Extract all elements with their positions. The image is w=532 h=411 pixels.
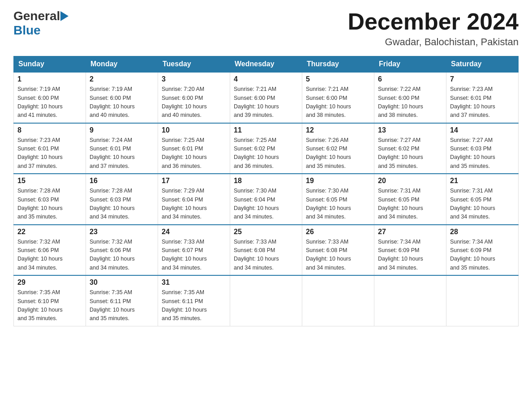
day-number: 7 [450, 75, 515, 83]
day-number: 30 [90, 278, 154, 287]
day-number: 17 [162, 177, 226, 185]
svg-marker-0 [60, 11, 69, 21]
calendar-cell [374, 275, 446, 326]
day-info: Sunrise: 7:26 AMSunset: 6:02 PMDaylight:… [306, 136, 370, 171]
day-number: 20 [378, 177, 442, 185]
day-info: Sunrise: 7:28 AMSunset: 6:03 PMDaylight:… [17, 187, 82, 222]
calendar-cell [230, 275, 302, 326]
calendar-cell: 27Sunrise: 7:34 AMSunset: 6:09 PMDayligh… [374, 225, 446, 276]
day-info: Sunrise: 7:33 AMSunset: 6:08 PMDaylight:… [234, 238, 298, 273]
calendar-cell: 6Sunrise: 7:22 AMSunset: 6:00 PMDaylight… [374, 72, 446, 123]
calendar-cell: 29Sunrise: 7:35 AMSunset: 6:10 PMDayligh… [14, 275, 86, 326]
calendar-cell: 16Sunrise: 7:28 AMSunset: 6:03 PMDayligh… [86, 174, 158, 225]
day-info: Sunrise: 7:20 AMSunset: 6:00 PMDaylight:… [162, 85, 226, 120]
calendar-cell: 20Sunrise: 7:31 AMSunset: 6:05 PMDayligh… [374, 174, 446, 225]
day-info: Sunrise: 7:31 AMSunset: 6:05 PMDaylight:… [378, 187, 442, 222]
calendar-cell: 5Sunrise: 7:21 AMSunset: 6:00 PMDaylight… [302, 72, 374, 123]
day-info: Sunrise: 7:32 AMSunset: 6:06 PMDaylight:… [90, 238, 154, 273]
calendar-header-sunday: Sunday [14, 56, 86, 73]
calendar-cell: 11Sunrise: 7:25 AMSunset: 6:02 PMDayligh… [230, 123, 302, 174]
day-number: 5 [306, 75, 370, 83]
day-info: Sunrise: 7:30 AMSunset: 6:05 PMDaylight:… [306, 187, 370, 222]
day-number: 31 [162, 278, 226, 287]
day-number: 21 [450, 177, 515, 185]
calendar-cell: 28Sunrise: 7:34 AMSunset: 6:09 PMDayligh… [446, 225, 519, 276]
day-number: 12 [306, 126, 370, 134]
calendar-cell: 24Sunrise: 7:33 AMSunset: 6:07 PMDayligh… [158, 225, 230, 276]
day-info: Sunrise: 7:33 AMSunset: 6:07 PMDaylight:… [162, 238, 226, 273]
day-info: Sunrise: 7:23 AMSunset: 6:01 PMDaylight:… [17, 136, 82, 171]
day-number: 9 [90, 126, 154, 134]
day-info: Sunrise: 7:27 AMSunset: 6:03 PMDaylight:… [450, 136, 515, 171]
calendar-week-row: 1Sunrise: 7:19 AMSunset: 6:00 PMDaylight… [14, 72, 519, 123]
calendar-header-saturday: Saturday [446, 56, 519, 73]
day-number: 2 [90, 75, 154, 83]
calendar-cell: 9Sunrise: 7:24 AMSunset: 6:01 PMDaylight… [86, 123, 158, 174]
day-info: Sunrise: 7:30 AMSunset: 6:04 PMDaylight:… [234, 187, 298, 222]
logo-general-text: General [13, 9, 60, 23]
day-info: Sunrise: 7:24 AMSunset: 6:01 PMDaylight:… [90, 136, 154, 171]
calendar-cell [446, 275, 519, 326]
calendar-cell: 26Sunrise: 7:33 AMSunset: 6:08 PMDayligh… [302, 225, 374, 276]
day-number: 26 [306, 228, 370, 236]
calendar-week-row: 22Sunrise: 7:32 AMSunset: 6:06 PMDayligh… [14, 225, 519, 276]
logo: General Blue [13, 9, 69, 38]
location-title: Gwadar, Balochistan, Pakistan [348, 36, 519, 48]
calendar-header-row: SundayMondayTuesdayWednesdayThursdayFrid… [14, 56, 519, 73]
day-number: 22 [17, 228, 82, 236]
day-info: Sunrise: 7:33 AMSunset: 6:08 PMDaylight:… [306, 238, 370, 273]
day-info: Sunrise: 7:35 AMSunset: 6:11 PMDaylight:… [90, 288, 154, 323]
day-info: Sunrise: 7:27 AMSunset: 6:02 PMDaylight:… [378, 136, 442, 171]
calendar-cell: 1Sunrise: 7:19 AMSunset: 6:00 PMDaylight… [14, 72, 86, 123]
day-info: Sunrise: 7:31 AMSunset: 6:05 PMDaylight:… [450, 187, 515, 222]
calendar-cell: 3Sunrise: 7:20 AMSunset: 6:00 PMDaylight… [158, 72, 230, 123]
day-number: 23 [90, 228, 154, 236]
day-info: Sunrise: 7:19 AMSunset: 6:00 PMDaylight:… [90, 85, 154, 120]
day-number: 14 [450, 126, 515, 134]
calendar-header-friday: Friday [374, 56, 446, 73]
day-number: 10 [162, 126, 226, 134]
calendar-cell: 2Sunrise: 7:19 AMSunset: 6:00 PMDaylight… [86, 72, 158, 123]
calendar-header-wednesday: Wednesday [230, 56, 302, 73]
calendar-cell: 30Sunrise: 7:35 AMSunset: 6:11 PMDayligh… [86, 275, 158, 326]
day-info: Sunrise: 7:25 AMSunset: 6:01 PMDaylight:… [162, 136, 226, 171]
day-info: Sunrise: 7:21 AMSunset: 6:00 PMDaylight:… [234, 85, 298, 120]
day-info: Sunrise: 7:28 AMSunset: 6:03 PMDaylight:… [90, 187, 154, 222]
day-number: 19 [306, 177, 370, 185]
day-number: 6 [378, 75, 442, 83]
day-info: Sunrise: 7:34 AMSunset: 6:09 PMDaylight:… [378, 238, 442, 273]
month-title: December 2024 [348, 9, 519, 34]
calendar-cell: 21Sunrise: 7:31 AMSunset: 6:05 PMDayligh… [446, 174, 519, 225]
day-number: 3 [162, 75, 226, 83]
day-number: 29 [17, 278, 82, 287]
day-number: 4 [234, 75, 298, 83]
calendar-cell [302, 275, 374, 326]
day-number: 18 [234, 177, 298, 185]
title-block: December 2024 Gwadar, Balochistan, Pakis… [348, 9, 519, 48]
calendar-cell: 19Sunrise: 7:30 AMSunset: 6:05 PMDayligh… [302, 174, 374, 225]
calendar-cell: 8Sunrise: 7:23 AMSunset: 6:01 PMDaylight… [14, 123, 86, 174]
day-info: Sunrise: 7:35 AMSunset: 6:10 PMDaylight:… [17, 288, 82, 323]
calendar-cell: 17Sunrise: 7:29 AMSunset: 6:04 PMDayligh… [158, 174, 230, 225]
calendar-cell: 23Sunrise: 7:32 AMSunset: 6:06 PMDayligh… [86, 225, 158, 276]
calendar-cell: 12Sunrise: 7:26 AMSunset: 6:02 PMDayligh… [302, 123, 374, 174]
calendar-cell: 7Sunrise: 7:23 AMSunset: 6:01 PMDaylight… [446, 72, 519, 123]
calendar-week-row: 29Sunrise: 7:35 AMSunset: 6:10 PMDayligh… [14, 275, 519, 326]
day-info: Sunrise: 7:29 AMSunset: 6:04 PMDaylight:… [162, 187, 226, 222]
logo-arrow [60, 11, 69, 21]
day-number: 25 [234, 228, 298, 236]
calendar-header-tuesday: Tuesday [158, 56, 230, 73]
calendar-header-thursday: Thursday [302, 56, 374, 73]
day-number: 11 [234, 126, 298, 134]
day-number: 24 [162, 228, 226, 236]
day-info: Sunrise: 7:25 AMSunset: 6:02 PMDaylight:… [234, 136, 298, 171]
day-number: 1 [17, 75, 82, 83]
day-number: 27 [378, 228, 442, 236]
day-info: Sunrise: 7:32 AMSunset: 6:06 PMDaylight:… [17, 238, 82, 273]
day-number: 15 [17, 177, 82, 185]
calendar-cell: 4Sunrise: 7:21 AMSunset: 6:00 PMDaylight… [230, 72, 302, 123]
day-info: Sunrise: 7:19 AMSunset: 6:00 PMDaylight:… [17, 85, 82, 120]
day-info: Sunrise: 7:34 AMSunset: 6:09 PMDaylight:… [450, 238, 515, 273]
calendar-cell: 25Sunrise: 7:33 AMSunset: 6:08 PMDayligh… [230, 225, 302, 276]
calendar-cell: 13Sunrise: 7:27 AMSunset: 6:02 PMDayligh… [374, 123, 446, 174]
